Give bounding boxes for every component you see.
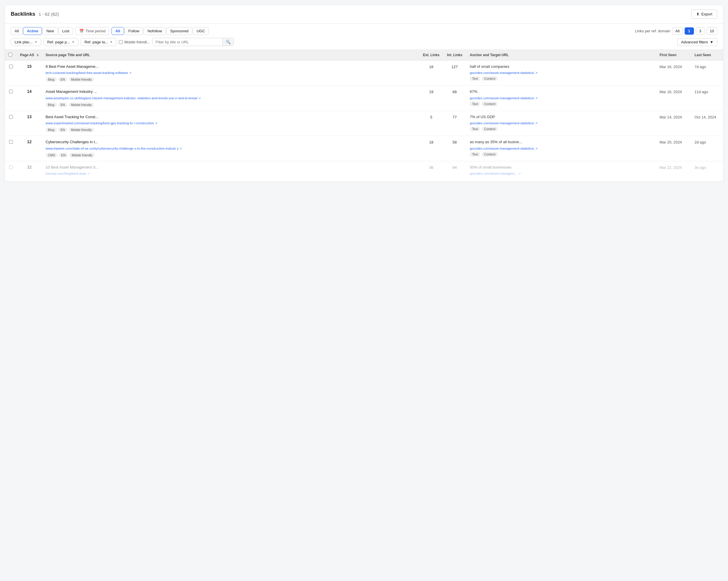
anchor-text: half of small companies bbox=[470, 64, 653, 69]
links-per-domain-group: Links per ref. domain All 1 3 10 bbox=[635, 27, 717, 35]
link-placement-dropdown[interactable]: Link plac... ▼ bbox=[11, 38, 41, 46]
source-title: Cybersecurity Challenges in t... bbox=[46, 139, 416, 145]
row-ext-links: 19 bbox=[420, 85, 443, 111]
source-tag: Blog bbox=[46, 103, 57, 107]
source-tag: Mobile friendly bbox=[69, 128, 94, 132]
chevron-down-icon: ▼ bbox=[34, 41, 37, 44]
source-tag: Blog bbox=[46, 77, 57, 82]
anchor-tag: Text bbox=[470, 127, 480, 131]
select-all-checkbox[interactable] bbox=[8, 53, 12, 56]
anchor-tags: TextContent bbox=[470, 152, 653, 157]
link-type-filter-group: All Follow Nofollow Sponsored UGC bbox=[111, 27, 209, 35]
row-first-seen: Mar 16, 2024 bbox=[656, 85, 691, 111]
link-type-sponsored[interactable]: Sponsored bbox=[166, 27, 192, 35]
row-last-seen: Oct 14, 2024 bbox=[691, 111, 723, 136]
source-tag: Mobile friendly bbox=[69, 153, 95, 157]
external-link-icon: ↗ bbox=[87, 172, 90, 175]
status-filter-active[interactable]: Active bbox=[23, 27, 42, 35]
anchor-url-link[interactable]: gocodes.com/asset-management-statistics/ bbox=[470, 147, 534, 150]
row-first-seen: Mar 16, 2024 bbox=[656, 60, 691, 85]
anchor-url[interactable]: gocodes.com/asset-management-statistics/… bbox=[470, 71, 653, 75]
mobile-friendly-checkbox-label[interactable]: Mobile friendl... bbox=[119, 40, 150, 44]
anchor-url[interactable]: gocodes.com/asset-managem... ↗ bbox=[470, 172, 653, 175]
link-type-ugc[interactable]: UGC bbox=[193, 27, 209, 35]
source-url-link[interactable]: tech.co/asset-tracking/best-free-asset-t… bbox=[46, 71, 128, 75]
source-tag: EN bbox=[59, 153, 68, 157]
row-checkbox[interactable] bbox=[9, 90, 13, 94]
lpd-1[interactable]: 1 bbox=[685, 27, 694, 35]
row-checkbox[interactable] bbox=[9, 165, 13, 169]
ref-page-prop-dropdown[interactable]: Ref. page p... ▼ bbox=[43, 38, 78, 46]
row-last-seen: 2d ago bbox=[691, 136, 723, 161]
row-int-links: 127 bbox=[443, 60, 466, 85]
link-type-follow[interactable]: Follow bbox=[125, 27, 143, 35]
row-checkbox[interactable] bbox=[9, 140, 13, 144]
anchor-url-link[interactable]: gocodes.com/asset-management-statistics/ bbox=[470, 96, 534, 100]
mobile-friendly-checkbox[interactable] bbox=[119, 40, 123, 44]
source-url[interactable]: hannay.com/blog/best-asse ↗ bbox=[46, 171, 416, 176]
source-url[interactable]: www.expertmarket.com/asset-tracking/best… bbox=[46, 121, 416, 126]
source-title: Asset Management Industry ... bbox=[46, 89, 416, 94]
anchor-tag: Text bbox=[470, 102, 480, 106]
th-source: Source page Title and URL bbox=[42, 50, 420, 60]
row-anchor: 7% of US GDP gocodes.com/asset-managemen… bbox=[466, 111, 656, 136]
row-source: 9 Best Free Asset Manageme... tech.co/as… bbox=[42, 60, 420, 85]
anchor-tag: Text bbox=[470, 152, 480, 157]
status-filter-lost[interactable]: Lost bbox=[58, 27, 73, 35]
source-url-link[interactable]: www.expertmarket.com/asset-tracking/best… bbox=[46, 122, 154, 125]
ref-page-lang-dropdown[interactable]: Ref. page la... ▼ bbox=[81, 38, 116, 46]
table-row: 12 10 Best Asset Management S... hannay.… bbox=[5, 161, 723, 181]
link-type-all[interactable]: All bbox=[111, 27, 124, 35]
chevron-down-icon: ▼ bbox=[110, 41, 113, 44]
search-input[interactable] bbox=[153, 38, 223, 46]
lpd-all[interactable]: All bbox=[672, 27, 682, 35]
source-url[interactable]: www.tripwire.com/state-of-se curity/cybe… bbox=[46, 146, 416, 151]
row-source: 10 Best Asset Management S... hannay.com… bbox=[42, 161, 420, 181]
anchor-tag: Content bbox=[482, 127, 498, 131]
source-url-link[interactable]: hannay.com/blog/best-asse bbox=[46, 172, 86, 175]
source-url[interactable]: tech.co/asset-tracking/best-free-asset-t… bbox=[46, 71, 416, 75]
anchor-tag: Content bbox=[482, 102, 498, 106]
row-ext-links: 18 bbox=[420, 136, 443, 161]
row-checkbox[interactable] bbox=[9, 64, 13, 69]
page-count: 1 - 62 (62) bbox=[39, 11, 59, 17]
status-filter-all[interactable]: All bbox=[11, 27, 22, 35]
source-url-link[interactable]: www.tripwire.com/state-of-se curity/cybe… bbox=[46, 147, 179, 150]
anchor-url-link[interactable]: gocodes.com/asset-management-statistics/ bbox=[470, 71, 534, 75]
source-url-link[interactable]: www.assetspire.co.uk/blog/pos t/asset-ma… bbox=[46, 96, 198, 100]
th-ext-links: Ext. Links bbox=[420, 50, 443, 60]
time-period-button[interactable]: 📅 Time period bbox=[75, 27, 109, 35]
toolbar-row-2: Link plac... ▼ Ref. page p... ▼ Ref. pag… bbox=[11, 38, 717, 46]
advanced-filters-button[interactable]: Advanced filters ▼ bbox=[677, 38, 717, 46]
row-anchor: 50% of small businesses gocodes.com/asse… bbox=[466, 161, 656, 181]
table-header: Page AS ⇅ Source page Title and URL Ext.… bbox=[5, 50, 723, 60]
header-title-group: Backlinks 1 - 62 (62) bbox=[11, 11, 59, 17]
anchor-url[interactable]: gocodes.com/asset-management-statistics/… bbox=[470, 147, 653, 150]
anchor-url[interactable]: gocodes.com/asset-management-statistics/… bbox=[470, 96, 653, 100]
source-tags: CMSENMobile friendly bbox=[46, 153, 416, 157]
anchor-url-link[interactable]: gocodes.com/asset-managem... bbox=[470, 172, 517, 175]
anchor-tag: Text bbox=[470, 76, 480, 81]
row-anchor: half of small companies gocodes.com/asse… bbox=[466, 60, 656, 85]
th-last-seen: Last Seen bbox=[691, 50, 723, 60]
anchor-url-link[interactable]: gocodes.com/asset-management-statistics/ bbox=[470, 122, 534, 125]
row-last-seen: 3d ago bbox=[691, 161, 723, 181]
row-page-as: 15 bbox=[17, 60, 42, 85]
th-page-as[interactable]: Page AS ⇅ bbox=[17, 50, 42, 60]
lpd-3[interactable]: 3 bbox=[696, 27, 705, 35]
lpd-10[interactable]: 10 bbox=[707, 27, 717, 35]
row-checkbox-cell bbox=[5, 60, 17, 85]
export-button[interactable]: ⬆ Export bbox=[691, 9, 717, 19]
source-url[interactable]: www.assetspire.co.uk/blog/pos t/asset-ma… bbox=[46, 96, 416, 101]
source-title: 10 Best Asset Management S... bbox=[46, 165, 416, 170]
anchor-tag: Content bbox=[482, 152, 498, 157]
status-filter-new[interactable]: New bbox=[43, 27, 58, 35]
row-int-links: 94 bbox=[443, 161, 466, 181]
anchor-url[interactable]: gocodes.com/asset-management-statistics/… bbox=[470, 122, 653, 125]
search-button[interactable]: 🔍 bbox=[223, 38, 234, 46]
row-ext-links: 5 bbox=[420, 111, 443, 136]
external-link-icon: ↗ bbox=[155, 122, 157, 125]
external-link-icon: ↗ bbox=[535, 97, 538, 100]
row-checkbox[interactable] bbox=[9, 115, 13, 119]
link-type-nofollow[interactable]: Nofollow bbox=[144, 27, 166, 35]
